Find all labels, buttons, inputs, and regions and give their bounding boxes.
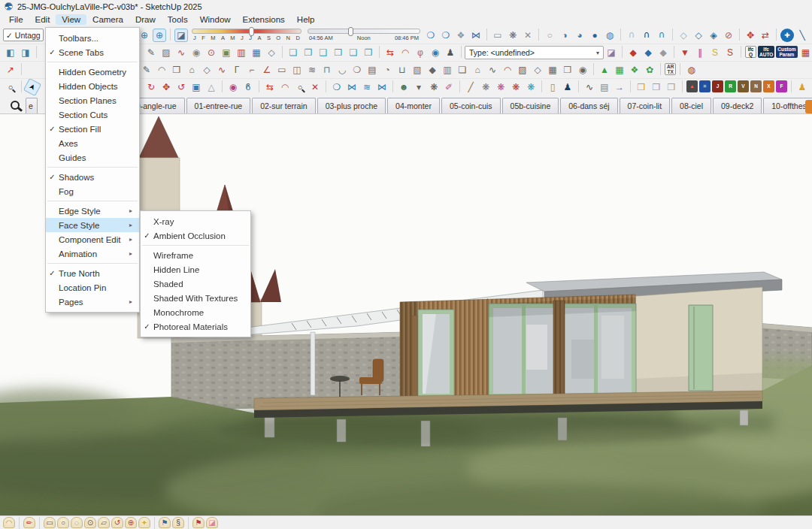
red-table-icon[interactable]: ▦ (799, 46, 812, 59)
panel-icon-partial[interactable] (805, 100, 812, 113)
scene-tab-05b-cuisine[interactable]: 05b-cuisine (502, 98, 559, 113)
type-combo[interactable]: Type: <undefined> ▾ (465, 46, 604, 59)
swirl-blue-icon[interactable]: ⋈ (345, 80, 359, 94)
menu-item-shaded-with-textures[interactable]: Shaded With Textures (141, 291, 250, 305)
sandbox-scurve-icon[interactable]: § (172, 517, 184, 528)
sandbox-flag2-icon[interactable]: ⚑ (192, 517, 205, 528)
menu-item-face-style[interactable]: Face Style▸ (46, 218, 139, 232)
menubar-item-camera[interactable]: Camera (86, 14, 129, 25)
hexagon-disabled-icon[interactable]: ⊘ (722, 29, 735, 42)
skalp-s-red-icon[interactable]: S (723, 46, 737, 59)
menu-item-toolbars-[interactable]: Toolbars... (46, 31, 139, 45)
fredo-dashbox-icon[interactable]: ▨ (159, 46, 173, 59)
magnet-dark-icon[interactable]: ∪ (640, 29, 653, 42)
sandbox-ellipse-icon[interactable]: ◌ (71, 517, 83, 528)
fredo-tool-icon[interactable]: ⊓ (320, 63, 334, 77)
fredo-tool-icon[interactable]: ≋ (305, 63, 319, 77)
stack-waves-icon[interactable]: ≋ (360, 80, 374, 94)
fredo-tool-icon[interactable]: ◇ (200, 63, 214, 77)
cube-gray-icon[interactable]: ◆ (656, 46, 670, 59)
menu-item-guides[interactable]: Guides (46, 150, 139, 165)
copy-along-icon[interactable]: ❏ (286, 46, 300, 59)
fredo-pencil-icon[interactable]: ✎ (144, 46, 158, 59)
fredo-tool-icon[interactable]: ⊔ (395, 63, 409, 77)
terrain-patch-icon[interactable]: ❖ (628, 63, 641, 77)
gear-brush-icon[interactable]: ✐ (442, 80, 456, 94)
menu-item-location-pin[interactable]: Location Pin (46, 280, 139, 295)
fredo-tool-icon[interactable]: Γ (230, 63, 244, 77)
select-tool-button[interactable]: ➤ (23, 78, 41, 95)
hexagon-dashed-icon[interactable]: ◇ (677, 29, 690, 42)
layer-up-x-icon[interactable]: X (763, 80, 774, 92)
page-icon[interactable]: ▯ (546, 80, 559, 94)
fredo-tool-icon[interactable]: ▭ (275, 63, 289, 77)
water-drop-empty-icon[interactable]: ○ (543, 29, 556, 42)
menu-item-monochrome[interactable]: Monochrome (141, 305, 250, 319)
water-drop-full-icon[interactable]: ● (588, 29, 601, 42)
fredo-box-icon[interactable]: ▣ (220, 46, 233, 59)
scene-tab-02-sur-terrain[interactable]: 02-sur terrain (252, 98, 315, 113)
folder-icon[interactable]: ▭ (491, 29, 504, 42)
swap-red-icon[interactable]: ⇆ (383, 46, 397, 59)
menubar-item-view[interactable]: View (56, 14, 86, 25)
menu-item-wireframe[interactable]: Wireframe (141, 248, 250, 262)
orbit-icon[interactable]: ↻ (144, 80, 158, 94)
menu-item-component-edit[interactable]: Component Edit▸ (46, 232, 139, 246)
fredo-tool-icon[interactable]: ❍ (350, 63, 364, 77)
fredo-tool-icon[interactable]: ⌂ (185, 63, 198, 77)
sandbox-circle-icon[interactable]: ○ (57, 517, 69, 528)
layer-up-j-icon[interactable]: J (712, 80, 723, 92)
fredo-tool-icon[interactable]: ✎ (140, 63, 153, 77)
sandbox-poly-icon[interactable]: ▱ (98, 517, 110, 528)
move-icon[interactable]: ✥ (159, 80, 173, 94)
fredo-mesh-icon[interactable]: ▦ (250, 46, 263, 59)
fredo-tool-icon[interactable]: ∠ (260, 63, 274, 77)
menu-item-true-north[interactable]: ✓True North (46, 266, 139, 280)
swirl-blue2-icon[interactable]: ⋈ (375, 80, 389, 94)
scale-icon[interactable]: ▣ (189, 80, 203, 94)
sandbox-target-icon[interactable]: ⊕ (125, 517, 137, 528)
zoom-red-icon[interactable]: ○ (293, 80, 307, 94)
sandbox-smooth-icon[interactable]: ◠ (3, 517, 15, 528)
hexagon-outline-icon[interactable]: ◇ (692, 29, 705, 42)
fredo-tool-icon[interactable]: ◡ (335, 63, 349, 77)
fredo-tool-icon[interactable]: ◆ (426, 63, 439, 77)
scene-tab-08-ciel[interactable]: 08-ciel (671, 98, 711, 113)
copy-corner-icon[interactable]: ❒ (332, 46, 345, 59)
menu-item-shaded[interactable]: Shaded (141, 277, 250, 291)
time-slider-track[interactable] (308, 29, 420, 34)
scene-tab-09-deck2[interactable]: 09-deck2 (713, 98, 762, 113)
menubar-item-edit[interactable]: Edit (29, 14, 56, 25)
sync-red-blue-icon[interactable]: ⇄ (759, 29, 772, 42)
gear-magnify-icon[interactable]: ❍ (330, 80, 344, 94)
walk-person-icon[interactable]: ♟ (444, 46, 457, 59)
water-drop-most-icon[interactable]: ◕ (573, 29, 586, 42)
lasso-gray-icon[interactable]: ∿ (583, 80, 596, 94)
water-drop-hatched-icon[interactable]: ◍ (603, 29, 617, 42)
pin-figure-icon[interactable]: φ (414, 46, 427, 59)
fredo-tool-icon[interactable]: ∿ (215, 63, 229, 77)
sandbox-edit-icon[interactable]: ✏ (23, 517, 35, 528)
shadow-date-slider[interactable]: JFMAMJJASOND (192, 29, 301, 41)
settings-gear-icon[interactable]: ❋ (506, 29, 520, 42)
water-drop-half-icon[interactable]: ◑ (558, 29, 571, 42)
geolocation-select-icon[interactable]: ⊕ (153, 29, 166, 42)
swap-axes-icon[interactable]: ⋈ (469, 29, 483, 42)
menu-item-axes[interactable]: Axes (46, 136, 139, 150)
layer-up-f-icon[interactable]: F (776, 80, 787, 92)
lasso-red2-icon[interactable]: ◠ (278, 80, 292, 94)
magnify-model2-icon[interactable]: ❍ (439, 29, 453, 42)
zoom-indicator-icon[interactable] (11, 101, 20, 110)
layer-up-icon[interactable]: ▲ (686, 80, 698, 92)
export-shape-icon[interactable]: → (613, 80, 626, 94)
shadow-time-slider[interactable]: 04:56 AM Noon 08:46 PM (308, 29, 420, 41)
component-box-icon[interactable]: ◧ (4, 46, 17, 59)
fredo-tool-icon[interactable]: ❒ (170, 63, 183, 77)
menu-item-hidden-line[interactable]: Hidden Line (141, 262, 250, 277)
menu-item-fog[interactable]: Fog (46, 184, 139, 198)
sandbox-flag-icon[interactable]: ⚑ (159, 517, 171, 528)
gear-dark-icon[interactable]: ❋ (427, 80, 441, 94)
fredo-tool-icon[interactable]: ⌐ (245, 63, 259, 77)
swap-red2-icon[interactable]: ⇆ (263, 80, 277, 94)
menubar-item-extensions[interactable]: Extensions (237, 14, 291, 25)
